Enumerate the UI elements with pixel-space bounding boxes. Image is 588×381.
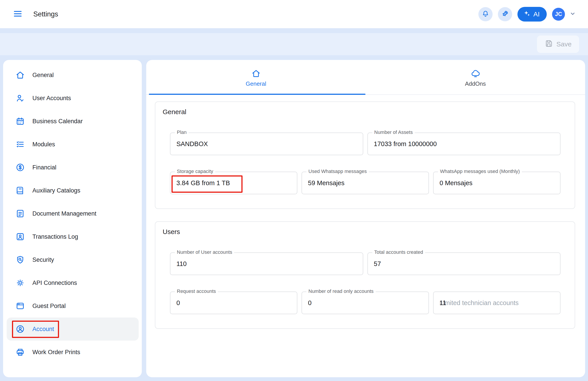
storage-capacity-field-value: 3.84 GB from 1 TB [176,179,230,187]
whatsapp-monthly-field-label: WhatsApp messages used (Monthly) [438,169,522,174]
sidebar-item-transactions-log[interactable]: Transactions Log [3,225,142,248]
user-check-icon [16,93,25,103]
sidebar-item-label: Guest Portal [32,303,66,310]
launch-button[interactable] [498,7,512,21]
used-whatsapp-messages-field-label: Used Whatsapp messages [306,169,369,174]
plan-field[interactable]: Plan SANDBOX [170,133,363,155]
sidebar-item-work-order-prints[interactable]: Work Order Prints [3,341,142,364]
limited-technician-accounts-field[interactable]: Limited technician accounts 11 [433,291,561,314]
sidebar-item-api-connections[interactable]: API Connections [3,271,142,294]
save-button-label: Save [556,40,572,48]
rocket-icon [501,10,509,19]
tab-general[interactable]: General [146,60,366,94]
sidebar-item-auxiliary-catalogs[interactable]: Auxiliary Catalogs [3,179,142,202]
cloud-icon [471,69,480,78]
sidebar-item-financial[interactable]: Financial [3,156,142,179]
number-of-assets-field-value: 17033 from 10000000 [374,140,437,148]
sidebar-item-label: Auxiliary Catalogs [32,187,80,194]
topbar-actions: AI JC [478,7,577,22]
book-icon [16,186,25,195]
settings-sidebar: General User Accounts Business Calendar … [3,60,142,377]
save-floppy-icon [545,39,553,49]
toolbar: Save [0,33,588,55]
storage-capacity-field-label: Storage capacity [175,169,215,174]
checklist-icon [16,140,25,149]
general-fields-row-1: Plan SANDBOX Number of Assets 17033 from… [170,133,561,155]
menu-button[interactable] [12,8,23,20]
active-tab-indicator [149,94,365,95]
request-accounts-field-label: Request accounts [175,289,218,294]
used-whatsapp-messages-field-value: 59 Mensajes [308,179,344,187]
users-section: Users Number of User accounts 110 Total … [155,221,575,329]
total-accounts-created-field-label: Total accounts created [372,249,425,255]
notifications-button[interactable] [478,7,493,21]
used-whatsapp-messages-field[interactable]: Used Whatsapp messages 59 Mensajes [302,172,429,194]
home-icon [16,70,25,80]
sidebar-item-label: API Connections [32,280,77,286]
sidebar-item-label: Document Management [32,210,96,217]
general-section: General Plan SANDBOX Number of Assets 17… [155,101,575,209]
sidebar-item-document-management[interactable]: Document Management [3,202,142,225]
users-section-title: Users [163,228,575,236]
calendar-icon [16,116,25,126]
sidebar-item-business-calendar[interactable]: Business Calendar [3,110,142,133]
save-button[interactable]: Save [537,36,579,53]
plan-field-value: SANDBOX [176,140,208,148]
document-icon [16,209,25,218]
sidebar-item-modules[interactable]: Modules [3,133,142,156]
request-accounts-field-value: 0 [176,299,180,307]
read-only-accounts-field[interactable]: Number of read only accounts 0 [302,291,429,314]
chevron-down-icon [569,15,576,18]
avatar[interactable]: JC [552,8,565,21]
sidebar-item-label: Transactions Log [32,233,78,240]
sidebar-item-label: User Accounts [32,95,71,102]
sidebar-item-security[interactable]: Security [3,248,142,271]
account-menu-button[interactable] [568,10,577,19]
tab-label: AddOns [465,80,486,87]
sidebar-item-label: General [32,72,54,79]
ai-assistant-button[interactable]: AI [517,7,547,22]
number-of-user-accounts-field[interactable]: Number of User accounts 110 [170,252,363,275]
sidebar-item-guest-portal[interactable]: Guest Portal [3,294,142,317]
number-of-user-accounts-field-value: 110 [176,260,187,268]
sidebar-item-label: Account [32,326,54,333]
read-only-accounts-field-value: 0 [308,299,312,307]
browser-icon [16,301,25,311]
tab-label: General [246,80,266,87]
number-of-assets-field[interactable]: Number of Assets 17033 from 10000000 [367,133,561,155]
general-section-title: General [163,108,575,116]
sidebar-item-label: Modules [32,141,55,148]
sidebar-item-account[interactable]: Account [7,317,139,341]
sparkle-icon [523,9,531,19]
storage-capacity-field[interactable]: Storage capacity 3.84 GB from 1 TB [170,172,297,194]
printer-icon [16,347,25,357]
ai-button-label: AI [533,10,540,18]
sidebar-item-user-accounts[interactable]: User Accounts [3,87,142,110]
home-icon [252,69,261,78]
user-circle-icon [16,324,25,334]
shield-search-icon [16,255,25,265]
tab-addons[interactable]: AddOns [366,60,585,94]
sidebar-item-general[interactable]: General [3,64,142,87]
users-fields-row-1: Number of User accounts 110 Total accoun… [170,252,561,275]
sidebar-item-label: Work Order Prints [32,349,80,356]
whatsapp-monthly-field[interactable]: WhatsApp messages used (Monthly) 0 Mensa… [433,172,561,194]
dollar-circle-icon [16,163,25,172]
tab-bar: General AddOns [146,60,585,95]
top-bar: Settings AI JC [0,0,588,28]
sidebar-item-label: Business Calendar [32,118,83,125]
account-settings-panel: General AddOns General Plan SANDBOX Numb… [146,60,585,377]
page-title: Settings [33,10,58,18]
whatsapp-monthly-field-value: 0 Mensajes [440,179,472,187]
number-of-user-accounts-field-label: Number of User accounts [175,249,234,255]
user-card-icon [16,232,25,241]
gear-connections-icon [16,278,25,288]
plan-field-label: Plan [175,130,189,135]
total-accounts-created-field[interactable]: Total accounts created 57 [367,252,561,275]
request-accounts-field[interactable]: Request accounts 0 [170,291,297,314]
read-only-accounts-field-label: Number of read only accounts [306,289,376,294]
general-fields-row-2: Storage capacity 3.84 GB from 1 TB Used … [170,172,561,194]
users-fields-row-2: Request accounts 0 Number of read only a… [170,291,561,314]
content-area: General User Accounts Business Calendar … [0,60,588,377]
hamburger-icon [13,9,23,20]
